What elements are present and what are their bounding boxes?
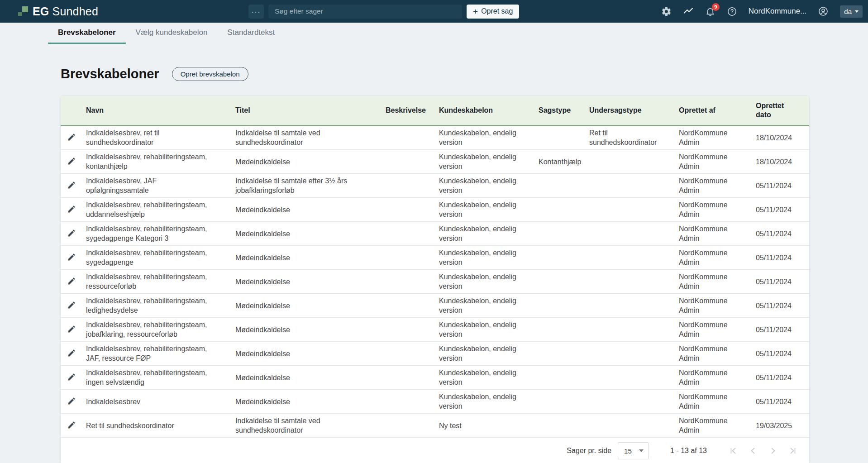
- cell-oprettet-af: NordKommune Admin: [675, 390, 752, 414]
- cell-beskrivelse: [382, 246, 435, 270]
- cell-sagstype: [535, 390, 586, 414]
- cell-undersagstype: [586, 294, 675, 318]
- notifications-button[interactable]: 9: [705, 6, 715, 17]
- cell-navn: Indkaldelsesbrev: [82, 390, 232, 414]
- templates-table: Navn Titel Beskrivelse Kundeskabelon Sag…: [61, 96, 809, 438]
- cell-titel: Mødeindkaldelse: [232, 294, 382, 318]
- cell-kundeskabelon: Kundeskabelon, endelig version: [435, 318, 535, 342]
- tab-brevskabeloner[interactable]: Brevskabeloner: [48, 23, 126, 44]
- edit-row-button[interactable]: [66, 324, 77, 334]
- edit-row-button[interactable]: [66, 300, 77, 310]
- cell-titel: Mødeindkaldelse: [232, 222, 382, 246]
- cell-titel: Indkaldelse til samtale ved sundhedskoor…: [232, 125, 382, 150]
- next-page-button[interactable]: [768, 446, 777, 455]
- cell-kundeskabelon: Kundeskabelon, endelig version: [435, 222, 535, 246]
- help-button[interactable]: [727, 6, 737, 17]
- pencil-edit-icon: [67, 160, 76, 167]
- templates-table-card: Navn Titel Beskrivelse Kundeskabelon Sag…: [61, 96, 809, 463]
- edit-row-button[interactable]: [66, 348, 77, 358]
- cell-beskrivelse: [382, 390, 435, 414]
- cell-navn: Indkaldelsesbrev, JAF opfølgningssamtale: [82, 174, 232, 198]
- cell-kundeskabelon: Kundeskabelon, endelig version: [435, 174, 535, 198]
- eg-logo-icon: [18, 6, 28, 16]
- notification-badge: 9: [712, 3, 720, 11]
- cell-oprettet-dato: 05/11/2024: [752, 318, 809, 342]
- edit-row-button[interactable]: [66, 276, 77, 286]
- search-input[interactable]: [268, 5, 462, 19]
- cell-kundeskabelon: Kundeskabelon, endelig version: [435, 246, 535, 270]
- create-case-button[interactable]: + Opret sag: [467, 5, 519, 19]
- top-header-bar: EGSundhed ··· + Opret sag 9: [0, 0, 868, 23]
- edit-row-button[interactable]: [66, 396, 77, 406]
- activity-button[interactable]: [683, 6, 694, 17]
- edit-row-button[interactable]: [66, 420, 77, 430]
- pencil-edit-icon: [67, 400, 76, 407]
- cell-undersagstype: [586, 150, 675, 174]
- previous-page-button[interactable]: [749, 446, 758, 455]
- edit-row-button[interactable]: [66, 252, 77, 263]
- table-row: Indkaldelsesbrev Mødeindkaldelse Kundesk…: [61, 390, 809, 414]
- trend-icon: [683, 6, 694, 17]
- per-page-select[interactable]: 15: [618, 442, 649, 459]
- cell-navn: Indkaldelsesbrev, rehabiliteringsteam, u…: [82, 198, 232, 222]
- table-row: Ret til sundhedskoordinator Indkaldelse …: [61, 414, 809, 438]
- cell-beskrivelse: [382, 125, 435, 150]
- cell-titel: Mødeindkaldelse: [232, 198, 382, 222]
- cell-beskrivelse: [382, 318, 435, 342]
- first-page-icon: [729, 450, 738, 457]
- column-header-oprettet-af: Oprettet af: [675, 96, 752, 125]
- cell-oprettet-dato: 18/10/2024: [752, 125, 809, 150]
- user-menu-button[interactable]: [818, 6, 829, 17]
- cell-oprettet-dato: 05/11/2024: [752, 246, 809, 270]
- cell-sagstype: [535, 318, 586, 342]
- chevron-down-icon: [639, 449, 644, 452]
- cell-sagstype: [535, 222, 586, 246]
- last-page-button[interactable]: [788, 446, 797, 455]
- cell-titel: Mødeindkaldelse: [232, 246, 382, 270]
- settings-button[interactable]: [661, 6, 672, 17]
- edit-row-button[interactable]: [66, 372, 77, 382]
- cell-sagstype: [535, 342, 586, 366]
- edit-row-button[interactable]: [66, 228, 77, 239]
- per-page-label: Sager pr. side: [567, 447, 611, 455]
- cell-kundeskabelon: Kundeskabelon, endelig version: [435, 270, 535, 294]
- first-page-button[interactable]: [729, 446, 738, 455]
- next-page-icon: [768, 450, 777, 457]
- chevron-down-icon: [855, 10, 858, 13]
- tab-standardtekst[interactable]: Standardtekst: [217, 23, 285, 44]
- cell-beskrivelse: [382, 174, 435, 198]
- app-title: EGSundhed: [33, 5, 98, 18]
- pagination-range: 1 - 13 af 13: [670, 447, 707, 455]
- cell-navn: Indkaldelsesbrev, rehabiliteringsteam, k…: [82, 150, 232, 174]
- cell-navn: Indkaldelsesbrev, ret til sundhedskoordi…: [82, 125, 232, 150]
- cell-undersagstype: [586, 342, 675, 366]
- cell-undersagstype: [586, 390, 675, 414]
- column-header-kundeskabelon: Kundeskabelon: [435, 96, 535, 125]
- column-header-navn: Navn: [82, 96, 232, 125]
- cell-undersagstype: [586, 414, 675, 438]
- table-row: Indkaldelsesbrev, rehabiliteringsteam, i…: [61, 366, 809, 390]
- tab-vaelg-kundeskabelon[interactable]: Vælg kundeskabelon: [126, 23, 218, 44]
- cell-navn: Indkaldelsesbrev, rehabiliteringsteam, j…: [82, 318, 232, 342]
- cell-sagstype: [535, 270, 586, 294]
- app-logo: EGSundhed: [18, 5, 98, 18]
- cell-oprettet-dato: 19/03/2025: [752, 414, 809, 438]
- cell-navn: Indkaldelsesbrev, rehabiliteringsteam, s…: [82, 246, 232, 270]
- more-options-button[interactable]: ···: [248, 5, 264, 19]
- language-selector[interactable]: da: [840, 5, 863, 18]
- cell-oprettet-af: NordKommune Admin: [675, 125, 752, 150]
- edit-row-button[interactable]: [66, 132, 77, 143]
- edit-row-button[interactable]: [66, 204, 77, 215]
- cell-oprettet-dato: 05/11/2024: [752, 294, 809, 318]
- last-page-icon: [788, 450, 797, 457]
- edit-row-button[interactable]: [66, 156, 77, 167]
- edit-row-button[interactable]: [66, 180, 77, 191]
- create-template-button[interactable]: Opret brevskabelon: [172, 67, 248, 81]
- tenant-name[interactable]: NordKommune...: [749, 7, 807, 16]
- cell-oprettet-af: NordKommune Admin: [675, 198, 752, 222]
- cell-sagstype: [535, 366, 586, 390]
- cell-beskrivelse: [382, 270, 435, 294]
- cell-oprettet-dato: 05/11/2024: [752, 174, 809, 198]
- table-row: Indkaldelsesbrev, rehabiliteringsteam, u…: [61, 198, 809, 222]
- previous-page-icon: [749, 450, 758, 457]
